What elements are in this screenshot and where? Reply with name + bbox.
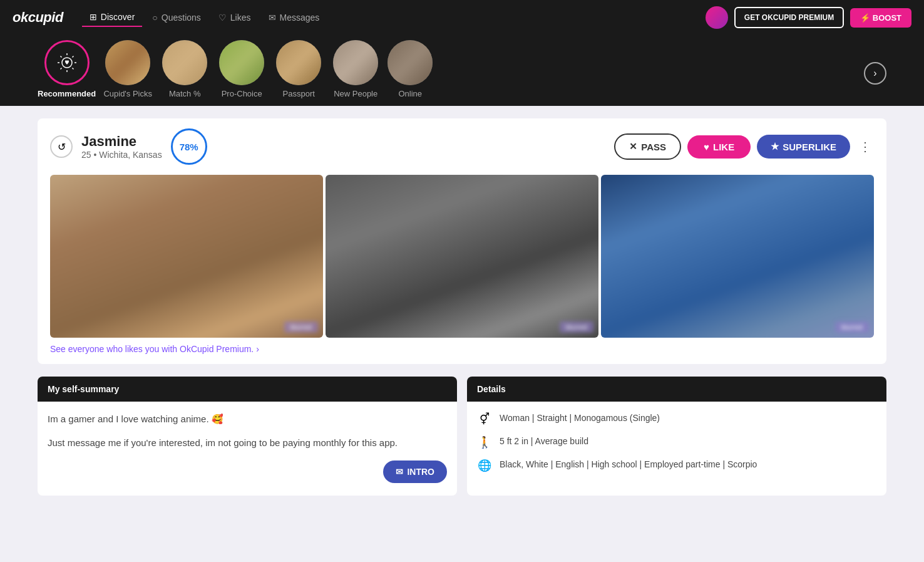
x-icon: ✕ [629, 141, 637, 152]
profile-age: 25 [81, 150, 91, 160]
nav-messages-label: Messages [280, 13, 320, 23]
photo-3-overlay: blurred [835, 321, 869, 333]
nav-item-messages[interactable]: ✉ Messages [261, 9, 327, 26]
match-img [162, 40, 207, 85]
pass-button[interactable]: ✕ PASS [614, 133, 681, 160]
svg-line-6 [72, 68, 73, 70]
heart-icon: ♥ [704, 142, 709, 152]
match-circle: 78% [171, 128, 207, 165]
details-section: Details ⚥ Woman | Straight | Monogamous … [467, 377, 886, 496]
profile-location: 25 • Wichita, Kansas [81, 150, 162, 160]
intro-chat-icon: ✉ [396, 467, 403, 477]
main-content: ↺ Jasmine 25 • Wichita, Kansas 78% ✕ PAS… [0, 106, 924, 508]
summary-text-2: Just message me if you're interested, im… [48, 435, 447, 450]
summary-header-text: My self-summary [48, 384, 119, 394]
recommended-icon-circle [44, 40, 90, 85]
superlike-button[interactable]: ★ SUPERLIKE [757, 135, 850, 159]
passport-label: Passport [283, 89, 315, 98]
pass-label: PASS [641, 142, 666, 152]
intro-button[interactable]: ✉ INTRO [383, 461, 447, 483]
premium-link[interactable]: See everyone who likes you with OkCupid … [38, 338, 886, 364]
refresh-icon: ↺ [58, 141, 66, 153]
detail-text-0: Woman | Straight | Monogamous (Single) [500, 412, 660, 425]
category-bar: Recommended Cupid's Picks Match % Pro-Ch… [0, 35, 924, 106]
superlike-label: SUPERLIKE [783, 142, 836, 152]
height-icon: 🚶 [477, 435, 492, 449]
category-next-button[interactable]: › [864, 62, 886, 85]
profile-actions: ✕ PASS ♥ LIKE ★ SUPERLIKE ⋮ [614, 133, 874, 160]
cupids-picks-label: Cupid's Picks [103, 89, 152, 98]
photo-1-overlay: blurred [284, 321, 318, 333]
nav-items: ⊞ Discover ○ Questions ♡ Likes ✉ Message… [82, 8, 706, 27]
summary-body: Im a gamer and I love watching anime. 🥰 … [38, 402, 457, 496]
photo-3[interactable]: blurred [601, 175, 874, 338]
sun-heart-icon [57, 53, 77, 73]
discover-icon: ⊞ [90, 12, 97, 22]
profile-location-text: Wichita, Kansas [99, 150, 162, 160]
detail-text-1: 5 ft 2 in | Average build [500, 435, 588, 448]
profile-header: ↺ Jasmine 25 • Wichita, Kansas 78% ✕ PAS… [38, 118, 886, 175]
details-header-text: Details [477, 384, 506, 394]
online-img [388, 40, 433, 85]
nav-avatar[interactable] [706, 6, 728, 29]
details-header: Details [467, 377, 886, 402]
nav-item-discover[interactable]: ⊞ Discover [82, 8, 142, 27]
superlike-icon: ★ [771, 141, 779, 152]
category-cupids-picks[interactable]: Cupid's Picks [100, 40, 156, 98]
category-match[interactable]: Match % [160, 40, 210, 98]
category-recommended[interactable]: Recommended [38, 40, 96, 98]
logo: okcupid [13, 9, 63, 26]
intro-label: INTRO [407, 467, 434, 477]
detail-text-2: Black, White | English | High school | E… [500, 458, 757, 471]
globe-icon: 🌐 [477, 459, 492, 472]
pro-choice-label: Pro-Choice [222, 89, 262, 98]
profile-info: Jasmine 25 • Wichita, Kansas [81, 133, 162, 160]
category-online[interactable]: Online [388, 40, 433, 98]
profile-name: Jasmine [81, 133, 162, 150]
refresh-button[interactable]: ↺ [50, 135, 73, 158]
nav-likes-label: Likes [230, 13, 251, 23]
detail-row-0: ⚥ Woman | Straight | Monogamous (Single) [477, 412, 876, 426]
nav-discover-label: Discover [101, 12, 135, 22]
messages-icon: ✉ [269, 13, 276, 23]
match-percent: 78% [180, 142, 198, 152]
nav-right: GET OKCUPID PREMIUM ⚡ BOOST [706, 6, 911, 29]
nav-questions-label: Questions [162, 13, 201, 23]
photo-1[interactable]: blurred [50, 175, 323, 338]
svg-line-7 [72, 56, 73, 58]
summary-section: My self-summary Im a gamer and I love wa… [38, 377, 457, 496]
navbar: okcupid ⊞ Discover ○ Questions ♡ Likes ✉… [0, 0, 924, 35]
ellipsis-icon: ⋮ [859, 140, 871, 154]
photo-2[interactable]: blurred [326, 175, 598, 338]
detail-row-1: 🚶 5 ft 2 in | Average build [477, 435, 876, 449]
premium-button[interactable]: GET OKCUPID PREMIUM [734, 7, 844, 28]
like-button[interactable]: ♥ LIKE [687, 135, 751, 159]
questions-icon: ○ [152, 13, 157, 23]
new-people-img [333, 40, 378, 85]
profile-card: ↺ Jasmine 25 • Wichita, Kansas 78% ✕ PAS… [38, 118, 886, 364]
chevron-right-icon: › [873, 68, 876, 79]
like-label: LIKE [713, 142, 734, 152]
photo-2-overlay: blurred [560, 321, 593, 333]
likes-icon: ♡ [218, 13, 227, 23]
about-sections-row: My self-summary Im a gamer and I love wa… [38, 377, 886, 496]
recommended-label: Recommended [38, 89, 96, 98]
summary-text-1: Im a gamer and I love watching anime. 🥰 [48, 412, 447, 427]
boost-button[interactable]: ⚡ BOOST [850, 8, 911, 28]
premium-link-text: See everyone who likes you with OkCupid … [50, 344, 259, 354]
photos-row: blurred blurred blurred [38, 175, 886, 338]
passport-img [276, 40, 321, 85]
new-people-label: New People [334, 89, 377, 98]
online-label: Online [398, 89, 422, 98]
details-body: ⚥ Woman | Straight | Monogamous (Single)… [467, 402, 886, 491]
nav-item-likes[interactable]: ♡ Likes [211, 9, 259, 26]
category-passport[interactable]: Passport [274, 40, 324, 98]
match-label: Match % [169, 89, 201, 98]
category-new-people[interactable]: New People [327, 40, 384, 98]
category-pro-choice[interactable]: Pro-Choice [213, 40, 270, 98]
svg-line-5 [60, 56, 61, 58]
more-button[interactable]: ⋮ [856, 137, 874, 157]
nav-item-questions[interactable]: ○ Questions [145, 9, 208, 26]
summary-header: My self-summary [38, 377, 457, 402]
location-separator: • [93, 150, 99, 160]
